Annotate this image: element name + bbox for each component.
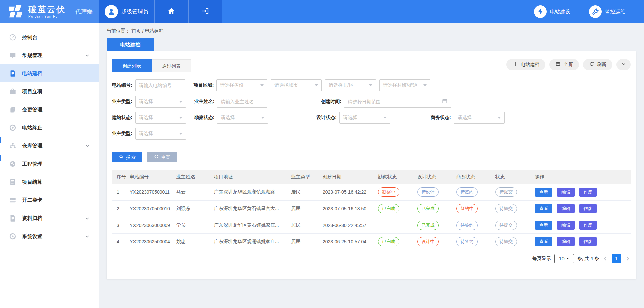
chevron-down-icon	[85, 215, 90, 221]
module-tab-station-archive[interactable]: 电站建档	[107, 38, 154, 51]
owner-type-label: 业主类型:	[112, 99, 132, 105]
home-button[interactable]	[154, 0, 188, 23]
county-select[interactable]: 请选择县/区	[325, 79, 376, 91]
status-badge: 设计中	[417, 237, 439, 246]
date-range-picker[interactable]	[344, 96, 451, 108]
status-badge: 待提交	[495, 187, 517, 197]
edit-button[interactable]: 编辑	[557, 221, 575, 230]
total-count-label: 条, 共 4 条	[577, 256, 599, 262]
date-range-input[interactable]	[348, 96, 442, 107]
copy-icon	[9, 106, 17, 114]
station-code-label: 电站编号:	[112, 82, 132, 88]
design-status-select[interactable]: 请选择	[339, 112, 390, 124]
edit-button[interactable]: 编辑	[557, 188, 575, 197]
sidebar-item-general-management[interactable]: 常规管理	[0, 46, 99, 64]
wrench-icon	[589, 5, 602, 18]
pagination: 每页显示 10 条, 共 4 条 1	[112, 254, 631, 263]
col-address: 项目地址	[211, 170, 288, 184]
view-button[interactable]: 查看	[535, 221, 552, 230]
prev-page-button[interactable]	[602, 256, 608, 262]
sidebar-item-label: 资料归档	[22, 215, 79, 222]
brand-name: 破茧云伏	[28, 5, 66, 14]
collapse-button[interactable]	[616, 59, 631, 70]
owner-type-select[interactable]: 请选择	[135, 96, 186, 108]
town-select[interactable]: 请选择村镇/街道	[379, 79, 430, 91]
sidebar-item-label: 电站建档	[22, 70, 90, 77]
sidebar-item-data-archive[interactable]: 资料归档	[0, 209, 99, 227]
status-badge: 勘察中	[378, 187, 399, 197]
sidebar-item-console[interactable]: 控制台	[0, 28, 99, 46]
next-page-button[interactable]	[625, 256, 631, 262]
reset-button[interactable]: 重置	[147, 152, 177, 162]
search-button[interactable]: 搜索	[112, 152, 142, 162]
survey-status-select[interactable]: 请选择	[217, 112, 268, 124]
select-caret-icon	[179, 117, 182, 119]
edit-button[interactable]: 编辑	[557, 237, 575, 246]
table-row: 4 YX2023062500004 姚忠 广东深圳龙华区观澜镇姚家庄... 居民…	[112, 233, 631, 250]
col-business: 商务状态	[453, 170, 493, 184]
view-button[interactable]: 查看	[535, 237, 552, 246]
owner-type2-label: 业主类型:	[112, 131, 132, 137]
breadcrumb: 当前位置： 首页 / 电站建档	[107, 28, 636, 34]
per-page-label: 每页显示	[532, 256, 551, 262]
view-button[interactable]: 查看	[535, 204, 552, 213]
build-status-select[interactable]: 请选择	[135, 112, 186, 124]
tab-passed-list[interactable]: 通过列表	[152, 59, 191, 72]
table-row: 1 YX2023070500011 马云 广东深圳龙华区观澜镇观湖路... 居民…	[112, 184, 631, 200]
brand-subtitle: Po Jian Yun Fu	[28, 15, 66, 18]
sidebar-item-change-management[interactable]: 变更管理	[0, 101, 99, 119]
sidebar-item-warehouse[interactable]: 仓库管理	[0, 137, 99, 155]
per-page-select[interactable]: 10	[554, 254, 574, 263]
void-button[interactable]: 作废	[579, 204, 597, 213]
page-number-button[interactable]: 1	[612, 254, 621, 263]
station-code-input[interactable]	[135, 79, 185, 91]
col-seq: 序号	[112, 170, 127, 184]
chevron-down-icon	[85, 143, 90, 148]
nav-monitor-ops[interactable]: 监控运维	[589, 0, 625, 23]
province-select[interactable]: 请选择省份	[216, 79, 267, 91]
select-caret-icon	[261, 117, 264, 119]
void-button[interactable]: 作废	[579, 237, 597, 246]
col-actions: 操作	[532, 170, 631, 184]
sidebar-item-settlement[interactable]: 项目结算	[0, 173, 99, 191]
chevron-down-icon	[85, 234, 90, 239]
refresh-button[interactable]: 刷新	[583, 59, 612, 70]
status-badge: 待提交	[495, 204, 517, 213]
build-status-label: 建站状态:	[112, 115, 132, 121]
table-row: 3 YX2023063000009 学员 广东深圳龙华区黄石镇姚家庄... 居民…	[112, 217, 631, 233]
brand-area: 破茧云伏 Po Jian Yun Fu 代理端	[0, 0, 99, 23]
sidebar-item-type2-card[interactable]: 开二类卡	[0, 191, 99, 209]
nav-station-build[interactable]: 电站建设	[534, 0, 570, 23]
void-button[interactable]: 作废	[579, 221, 597, 230]
owner-name-input[interactable]	[217, 96, 267, 108]
logout-icon	[201, 7, 209, 16]
sidebar-item-label: 系统设置	[22, 233, 79, 240]
status-badge: 已完成	[417, 204, 439, 213]
sidebar-scroll-indicator	[0, 137, 1, 143]
void-button[interactable]: 作废	[579, 188, 597, 197]
edit-button[interactable]: 编辑	[557, 204, 575, 213]
col-status: 状态	[493, 170, 532, 184]
tab-create-list[interactable]: 创建列表	[112, 59, 152, 72]
status-badge: 待设计	[417, 187, 439, 197]
view-button[interactable]: 查看	[535, 188, 552, 197]
logout-button[interactable]	[188, 0, 222, 23]
plus-icon	[513, 61, 518, 68]
fullscreen-button[interactable]: 全屏	[549, 59, 579, 70]
brand-logo-icon	[9, 5, 24, 19]
select-caret-icon	[383, 117, 387, 119]
city-select[interactable]: 请选择城市	[271, 79, 322, 91]
sidebar-item-station-termination[interactable]: 电站终止	[0, 119, 99, 137]
sidebar-item-project-initiation[interactable]: 项目立项	[0, 82, 99, 101]
sidebar-item-label: 变更管理	[22, 107, 90, 113]
user-menu[interactable]: 超级管理员	[99, 0, 154, 23]
sidebar-item-system-settings[interactable]: 系统设置	[0, 227, 99, 245]
business-status-select[interactable]: 请选择	[454, 112, 505, 124]
sidebar-item-station-archive[interactable]: 电站建档	[0, 64, 99, 82]
col-owner: 业主姓名	[174, 170, 211, 184]
add-station-button[interactable]: 电站建档	[506, 59, 545, 70]
chevron-down-icon	[85, 53, 90, 58]
sidebar-item-engineering[interactable]: 工程管理	[0, 155, 99, 173]
list-tabs: 创建列表 通过列表 电站建档 全屏 刷新	[112, 59, 631, 72]
owner-type2-select[interactable]: 请选择	[135, 128, 186, 140]
